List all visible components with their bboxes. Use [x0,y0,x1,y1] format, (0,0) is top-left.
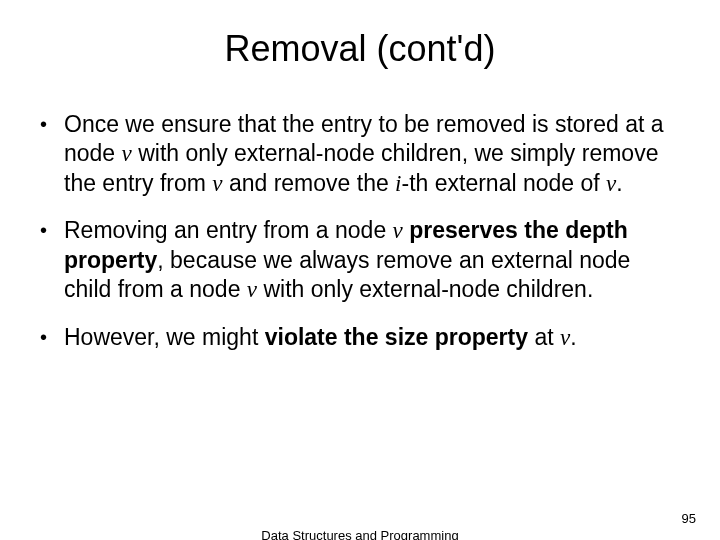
text-span: and remove the [223,170,396,196]
text-span: -th external node of [402,170,607,196]
text-bold: violate the size property [265,324,528,350]
var-v: v [212,171,222,196]
var-v: v [122,141,132,166]
var-v: v [247,277,257,302]
bullet-text: Once we ensure that the entry to be remo… [64,110,680,198]
slide-body: • Once we ensure that the entry to be re… [40,110,680,352]
bullet-1: • Once we ensure that the entry to be re… [40,110,680,198]
bullet-text: Removing an entry from a node v preserve… [64,216,680,304]
text-span: with only external-node children. [257,276,593,302]
bullet-3: • However, we might violate the size pro… [40,323,680,353]
var-v: v [393,218,403,243]
bullet-dot: • [40,110,64,198]
var-v: v [606,171,616,196]
bullet-text: However, we might violate the size prope… [64,323,680,353]
slide: Removal (cont'd) • Once we ensure that t… [0,0,720,540]
text-span: . [616,170,622,196]
text-span: . [570,324,576,350]
page-number: 95 [682,511,696,526]
text-span: at [528,324,560,350]
bullet-dot: • [40,323,64,353]
bullet-2: • Removing an entry from a node v preser… [40,216,680,304]
footer-line-1: Data Structures and Programming [0,528,720,540]
slide-title: Removal (cont'd) [40,28,680,70]
text-span: Removing an entry from a node [64,217,393,243]
text-span: However, we might [64,324,265,350]
footer-center: Data Structures and Programming Techniqu… [0,528,720,540]
var-v: v [560,325,570,350]
bullet-dot: • [40,216,64,304]
